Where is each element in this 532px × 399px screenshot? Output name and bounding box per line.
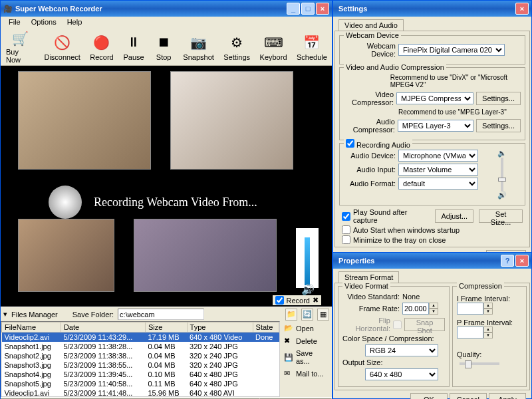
quality-slider[interactable] xyxy=(460,362,499,365)
properties-close-button[interactable]: × xyxy=(515,255,529,267)
action-open[interactable]: 📂Open xyxy=(284,324,328,332)
table-row[interactable]: Snapshot5.jpg5/23/2009 11:40:58...0.11 M… xyxy=(2,379,279,388)
record-checkbox[interactable] xyxy=(275,296,284,305)
stop-label: Stop xyxy=(156,53,172,61)
pframe-down[interactable]: ▼ xyxy=(483,332,493,338)
set-size-button[interactable]: Set Size... xyxy=(479,209,523,223)
file-table[interactable]: FileNameDateSizeTypeState Videoclip2.avi… xyxy=(1,321,280,397)
iframe-input[interactable] xyxy=(457,303,483,315)
col-type[interactable]: Type xyxy=(187,323,253,332)
table-row[interactable]: Snapshot2.jpg5/23/2009 11:38:38...0.04 M… xyxy=(2,351,279,360)
table-row[interactable]: Snapshot1.jpg5/23/2009 11:38:28...0.04 M… xyxy=(2,342,279,351)
audio-device-select[interactable]: Microphone (VMware VM xyxy=(398,150,478,162)
minimize-button[interactable]: _ xyxy=(287,3,300,15)
minimize-tray-checkbox[interactable] xyxy=(342,235,350,244)
tab-video-audio[interactable]: Video and Audio xyxy=(338,19,404,31)
tool-keyboard[interactable]: ⌨Keybord xyxy=(255,29,292,65)
frame-rate-spinner[interactable]: ▲▼ xyxy=(402,303,438,315)
tool-snapshot[interactable]: 📷Snapshot xyxy=(178,29,219,65)
maximize-button[interactable]: □ xyxy=(301,3,315,15)
table-row[interactable]: Videoclip1.avi5/23/2009 11:41:48...15.96… xyxy=(2,388,279,397)
iframe-down[interactable]: ▼ xyxy=(483,309,493,315)
volume-slider[interactable] xyxy=(501,158,503,191)
output-size-select[interactable]: 640 x 480 xyxy=(365,368,438,380)
flip-checkbox xyxy=(393,321,402,329)
col-date[interactable]: Date xyxy=(61,323,145,332)
tab-stream-format[interactable]: Stream Format xyxy=(338,271,399,283)
quality-label: Quality: xyxy=(457,350,481,358)
audio-compressor-select[interactable]: MPEG Layer-3 xyxy=(398,120,473,132)
stop-icon: ⏹ xyxy=(154,33,173,52)
view-mode-button[interactable]: ▦ xyxy=(317,309,329,321)
col-size[interactable]: Size xyxy=(146,323,188,332)
iframe-label: I Frame Interval: xyxy=(457,295,510,303)
table-row[interactable]: Snapshot3.jpg5/23/2009 11:38:55...0.04 M… xyxy=(2,360,279,370)
settings-label: Settings xyxy=(223,53,250,61)
tool-disconnect[interactable]: 🚫Disconnect xyxy=(39,29,84,65)
settings-titlebar[interactable]: Settings × xyxy=(333,1,531,17)
speaker-high-icon: 🔊 xyxy=(497,191,507,200)
settings-window: Settings × Video and Audio Webcam Device… xyxy=(332,0,532,253)
collapse-icon[interactable]: ▾ xyxy=(3,310,7,319)
col-filename[interactable]: FileName xyxy=(2,323,61,332)
adjust-button[interactable]: Adjust... xyxy=(435,209,473,223)
close-preview-icon[interactable]: ✖ xyxy=(313,296,319,305)
cancel-button[interactable]: Cancel xyxy=(450,393,487,399)
pframe-up[interactable]: ▲ xyxy=(483,327,493,332)
action-mailto[interactable]: ✉Mail to... xyxy=(284,369,328,378)
frame-rate-up[interactable]: ▲ xyxy=(429,303,438,309)
compression-legend: Video and Audio Compression xyxy=(344,63,446,71)
video-settings-button[interactable]: Settings... xyxy=(476,92,521,105)
action-saveas[interactable]: 💾Save as... xyxy=(284,349,328,365)
tool-record[interactable]: 🔴Record xyxy=(85,29,118,65)
table-row[interactable]: Videoclip2.avi5/23/2009 11:43:29...17.19… xyxy=(2,332,279,342)
audio-device-label: Audio Device: xyxy=(344,152,396,160)
audio-format-select[interactable]: default xyxy=(398,178,478,190)
auto-start-checkbox[interactable] xyxy=(342,225,350,234)
iframe-up[interactable]: ▲ xyxy=(483,303,493,309)
save-folder-input[interactable] xyxy=(118,309,204,320)
menu-help[interactable]: Help xyxy=(62,17,88,29)
tool-settings[interactable]: ⚙Settings xyxy=(219,29,255,65)
ok-button[interactable]: OK xyxy=(410,393,448,399)
play-sound-checkbox[interactable] xyxy=(342,212,350,221)
tool-schedule[interactable]: 📅Schedule xyxy=(292,29,332,65)
buynow-label: Buy Now xyxy=(6,48,34,64)
close-button[interactable]: × xyxy=(316,3,329,15)
settings-close-button[interactable]: × xyxy=(515,3,529,15)
main-titlebar[interactable]: 🎥 Super Webcam Recorder _ □ × xyxy=(1,1,332,17)
colorspace-select[interactable]: RGB 24 xyxy=(365,344,438,356)
webcam-device-select[interactable]: FinePix Digital Camera 020724 (W xyxy=(398,44,505,56)
apply-button[interactable]: Apply xyxy=(489,393,526,399)
action-delete[interactable]: ✖Delete xyxy=(284,336,328,345)
tool-stop[interactable]: ⏹Stop xyxy=(149,29,178,65)
audio-settings-button[interactable]: Settings... xyxy=(476,119,521,132)
preview-image-1 xyxy=(18,71,151,170)
recording-audio-checkbox[interactable] xyxy=(346,139,354,148)
video-compressor-select[interactable]: MJPEG Compressor xyxy=(396,92,473,104)
frame-rate-label: Frame Rate: xyxy=(342,305,400,313)
menu-options[interactable]: Options xyxy=(26,17,62,29)
menu-file[interactable]: File xyxy=(3,17,26,29)
col-state[interactable]: State xyxy=(253,323,279,332)
browse-folder-button[interactable]: 📁 xyxy=(285,309,297,321)
speaker-icon[interactable]: 🔊 xyxy=(301,283,315,296)
video-standard-value: None xyxy=(402,293,420,301)
file-actions: 📂Open✖Delete💾Save as...✉Mail to... xyxy=(280,321,332,397)
properties-titlebar[interactable]: Properties ? × xyxy=(333,253,531,269)
properties-help-button[interactable]: ? xyxy=(501,255,514,267)
tool-pause[interactable]: ⏸Pause xyxy=(118,29,149,65)
video-compressor-label: Video Compressor: xyxy=(344,90,394,106)
table-row[interactable]: Snapshot4.jpg5/23/2009 11:39:45...0.10 M… xyxy=(2,370,279,379)
frame-rate-down[interactable]: ▼ xyxy=(429,309,438,315)
play-sound-label: Play Sound after capture xyxy=(353,208,430,224)
pframe-spinner[interactable]: ▲▼ xyxy=(457,327,493,338)
pframe-input[interactable] xyxy=(457,327,483,338)
iframe-spinner[interactable]: ▲▼ xyxy=(457,303,493,315)
frame-rate-input[interactable] xyxy=(402,303,429,315)
tool-buynow[interactable]: 🛒Buy Now xyxy=(1,29,39,65)
audio-input-select[interactable]: Master Volume xyxy=(398,164,478,176)
snapshot-label: Snapshot xyxy=(183,53,213,61)
refresh-button[interactable]: 🔄 xyxy=(301,309,313,321)
settings-title: Settings xyxy=(336,5,515,13)
